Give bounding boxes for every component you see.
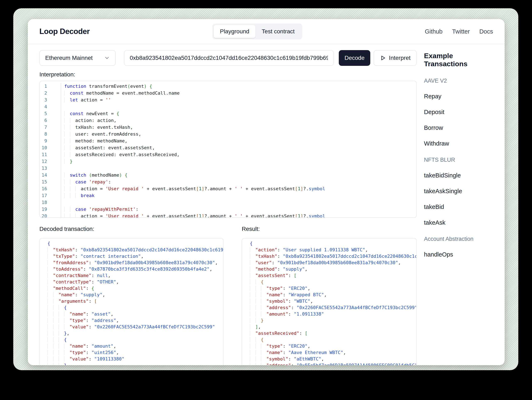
result-column: Result: { "action": "User supplied 1.091… [242,226,417,365]
examples-title: Example Transactions [424,52,493,68]
tx-hash-input[interactable] [124,50,334,66]
network-select[interactable]: Ethereum Mainnet [39,50,116,66]
line-number: 12 [40,158,61,165]
code-line: 19 case 'repayWithPermit': [40,206,416,213]
code-line: 1function transformEvent(event) { [40,83,416,90]
line-number: 11 [40,151,61,158]
code-line: "name": "supply", [44,291,223,298]
line-number: 9 [40,137,61,144]
example-takebid[interactable]: takeBid [424,203,493,210]
app-window: Loop Decoder Playground Test contract Gi… [28,19,505,365]
tab-playground[interactable]: Playground [214,25,256,38]
line-number: 19 [40,206,61,213]
code-line: "assetsSent": [ [247,272,416,279]
main-column: Ethereum Mainnet Decode Interpret Interp… [39,44,417,365]
example-takeask[interactable]: takeAsk [424,219,493,226]
code-line: 3 let action = '' [40,97,416,103]
code-line: } [44,362,223,365]
code-line: ], [247,324,416,330]
example-takebidsingle[interactable]: takeBidSingle [424,172,493,179]
code-line: 12 } [40,158,416,165]
app-title: Loop Decoder [39,27,90,36]
line-number: 16 [40,185,61,192]
example-handleops[interactable]: handleOps [424,251,493,258]
code-line: "contractName": null, [44,272,223,279]
example-borrow[interactable]: Borrow [424,124,493,131]
line-number: 1 [40,83,61,90]
code-line: 2 const methodName = event.methodCall.na… [40,90,416,97]
example-withdraw[interactable]: Withdraw [424,140,493,147]
code-line: "assetsReceived": [ [247,330,416,336]
code-line: 14 switch (methodName) { [40,172,416,178]
decoded-column: Decoded transaction: { "txHash": "0xb8a9… [39,226,223,365]
group-label-blur: NFTS BLUR [424,157,493,163]
code-line: 4 [40,103,416,110]
code-line: "value": "0x2260FAC5E5542a773Aa44fBCfeDf… [44,324,223,330]
code-line: { [44,304,223,311]
code-line: 5 const newEvent = { [40,110,416,117]
interpret-button[interactable]: Interpret [374,50,417,66]
decode-button[interactable]: Decode [339,50,370,66]
code-line: "txHash": "0xb8a923541802ea5017ddccd2c10… [44,246,223,253]
example-repay[interactable]: Repay [424,93,493,100]
result-label: Result: [242,226,417,232]
code-line: 17 break [40,192,416,199]
line-number: 3 [40,97,61,103]
code-line: "value": "109113380" [44,356,223,362]
code-line: "address": "0x5Ee5bf7ae06D1Be5997A1A4500… [247,362,416,365]
code-line: "name": "asset", [44,311,223,317]
code-line: "type": "ERC20", [247,343,416,349]
code-line: "method": "supply", [247,266,416,272]
tab-test-contract[interactable]: Test contract [255,25,301,38]
github-link[interactable]: Github [425,28,443,35]
group-label-account-abstraction: Account Abstraction [424,236,493,242]
code-line: "name": "Aave Ethereum WBTC", [247,349,416,356]
code-line: } [247,317,416,324]
line-number: 17 [40,192,61,199]
code-line: 20 action = 'User repaid ' + event.asset… [40,213,416,218]
code-line: "methodCall": { [44,285,223,291]
code-line: "toAddress": "0x87870bca3f3fd6335c3f4ce8… [44,266,223,272]
example-deposit[interactable]: Deposit [424,109,493,116]
decoded-label: Decoded transaction: [39,226,223,232]
network-select-value: Ethereum Mainnet [45,55,104,61]
code-line: "type": "address", [44,317,223,324]
code-line: 18 [40,199,416,206]
line-number: 20 [40,213,61,218]
code-line: "action": "User supplied 1.0911338 WBTC"… [247,246,416,253]
code-line: "fromAddress": "0x901bd9ef18da00b43985b6… [44,259,223,266]
code-line: "txHash": "0xb8a923541802ea5017ddccd2c10… [247,253,416,259]
example-group-blur: NFTS BLUR takeBidSingle takeAskSingle ta… [424,157,493,226]
decoded-json-panel[interactable]: { "txHash": "0xb8a923541802ea5017ddccd2c… [39,238,223,365]
code-line: }, [44,330,223,336]
group-label-aave: AAVE V2 [424,77,493,84]
play-icon [380,55,386,61]
examples-sidebar: Example Transactions AAVE V2 Repay Depos… [417,44,493,258]
code-line: { [44,240,223,246]
output-row: Decoded transaction: { "txHash": "0xb8a9… [39,226,417,365]
app-header: Loop Decoder Playground Test contract Gi… [28,19,505,44]
twitter-link[interactable]: Twitter [452,28,470,35]
interpretation-label: Interpretation: [39,71,417,78]
code-line: "address": "0x2260FAC5E5542a773Aa44fBCfe… [247,304,416,311]
code-line: "arguments": [ [44,298,223,304]
line-number: 14 [40,172,61,178]
code-line: 11 assetsReceived: event?.assetsReceived… [40,151,416,158]
line-number: 18 [40,199,61,206]
example-takeasksingle[interactable]: takeAskSingle [424,188,493,195]
line-number: 5 [40,110,61,117]
interpretation-code-editor[interactable]: 1function transformEvent(event) {2 const… [39,81,417,218]
code-line: 16 action = 'User repaid ' + event.asset… [40,185,416,192]
code-line: "amount": "1.0911338" [247,311,416,317]
toolbar: Ethereum Mainnet Decode Interpret [39,50,417,66]
example-group-account-abstraction: Account Abstraction handleOps [424,236,493,258]
code-line: "user": "0x901bd9ef18da00b43985b608ee831… [247,259,416,266]
docs-link[interactable]: Docs [479,28,493,35]
result-json-panel[interactable]: { "action": "User supplied 1.0911338 WBT… [242,238,417,365]
line-number: 10 [40,144,61,151]
line-number: 8 [40,131,61,137]
code-line: { [247,240,416,246]
content: Ethereum Mainnet Decode Interpret Interp… [28,44,505,365]
example-group-aave: AAVE V2 Repay Deposit Borrow Withdraw [424,77,493,147]
code-line: { [247,336,416,343]
